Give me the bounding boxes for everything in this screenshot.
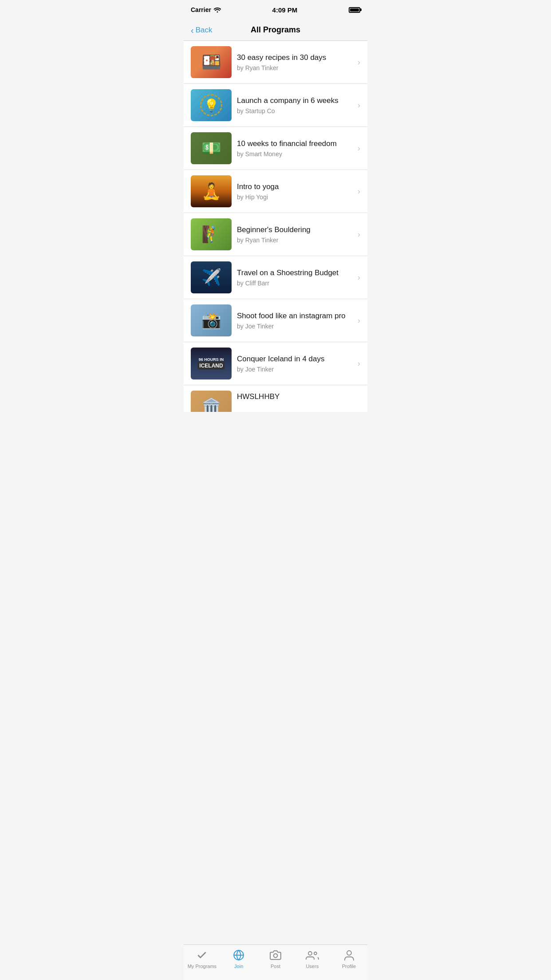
- carrier-label: Carrier: [191, 6, 211, 13]
- program-author-5: by Ryan Tinker: [237, 237, 352, 244]
- battery-icon: [349, 7, 360, 13]
- program-item-3[interactable]: 10 weeks to financial freedomby Smart Mo…: [184, 127, 367, 170]
- program-item-2[interactable]: Launch a company in 6 weeksby Startup Co…: [184, 84, 367, 127]
- program-item-1[interactable]: 30 easy recipes in 30 daysby Ryan Tinker…: [184, 41, 367, 84]
- program-item-6[interactable]: Travel on a Shoestring Budgetby Cliff Ba…: [184, 256, 367, 299]
- program-info-7: Shoot food like an instagram proby Joe T…: [232, 309, 358, 332]
- program-thumbnail-1: [191, 46, 232, 78]
- program-thumbnail-6: [191, 261, 232, 293]
- chevron-right-icon-6: ›: [358, 273, 360, 282]
- program-item-partial[interactable]: HWSLHHBY: [184, 385, 367, 412]
- program-thumbnail-8: 96 HOURS INICELAND: [191, 348, 232, 379]
- program-thumbnail-3: [191, 132, 232, 164]
- program-title-2: Launch a company in 6 weeks: [237, 96, 352, 106]
- program-info-1: 30 easy recipes in 30 daysby Ryan Tinker: [232, 51, 358, 73]
- program-info-3: 10 weeks to financial freedomby Smart Mo…: [232, 137, 358, 159]
- program-title-8: Conquer Iceland in 4 days: [237, 354, 352, 364]
- program-author-2: by Startup Co: [237, 107, 352, 115]
- program-author-4: by Hip Yogi: [237, 194, 352, 201]
- back-button[interactable]: ‹ Back: [191, 26, 212, 35]
- program-title-3: 10 weeks to financial freedom: [237, 139, 352, 149]
- page-title: All Programs: [251, 25, 300, 35]
- back-label: Back: [196, 26, 213, 35]
- program-title-6: Travel on a Shoestring Budget: [237, 268, 352, 278]
- nav-header: ‹ Back All Programs: [184, 20, 367, 41]
- program-author-6: by Cliff Barr: [237, 280, 352, 287]
- chevron-right-icon-2: ›: [358, 101, 360, 110]
- program-item-7[interactable]: Shoot food like an instagram proby Joe T…: [184, 299, 367, 342]
- program-item-5[interactable]: Beginner's Boulderingby Ryan Tinker›: [184, 213, 367, 256]
- status-time: 4:09 PM: [272, 6, 298, 14]
- program-title-partial: HWSLHHBY: [232, 391, 285, 403]
- chevron-right-icon-3: ›: [358, 144, 360, 153]
- program-thumbnail-partial: [191, 391, 232, 412]
- program-title-1: 30 easy recipes in 30 days: [237, 53, 352, 63]
- status-bar: Carrier 4:09 PM: [184, 0, 367, 20]
- chevron-right-icon-7: ›: [358, 316, 360, 325]
- program-info-6: Travel on a Shoestring Budgetby Cliff Ba…: [232, 266, 358, 288]
- chevron-right-icon-4: ›: [358, 187, 360, 196]
- program-author-1: by Ryan Tinker: [237, 64, 352, 71]
- program-thumbnail-2: [191, 89, 232, 121]
- chevron-right-icon-5: ›: [358, 230, 360, 239]
- program-title-7: Shoot food like an instagram pro: [237, 311, 352, 321]
- program-item-4[interactable]: Intro to yogaby Hip Yogi›: [184, 170, 367, 213]
- programs-list: 30 easy recipes in 30 daysby Ryan Tinker…: [184, 41, 367, 412]
- status-left: Carrier: [191, 6, 221, 13]
- program-thumbnail-4: [191, 175, 232, 207]
- program-thumbnail-5: [191, 218, 232, 250]
- program-info-4: Intro to yogaby Hip Yogi: [232, 180, 358, 202]
- program-author-7: by Joe Tinker: [237, 323, 352, 330]
- chevron-right-icon-1: ›: [358, 58, 360, 67]
- program-title-5: Beginner's Bouldering: [237, 225, 352, 235]
- back-chevron-icon: ‹: [191, 26, 194, 35]
- program-author-8: by Joe Tinker: [237, 366, 352, 373]
- program-author-3: by Smart Money: [237, 150, 352, 158]
- chevron-right-icon-8: ›: [358, 359, 360, 368]
- program-info-8: Conquer Iceland in 4 daysby Joe Tinker: [232, 352, 358, 375]
- program-thumbnail-7: [191, 304, 232, 336]
- program-info-2: Launch a company in 6 weeksby Startup Co: [232, 94, 358, 116]
- program-info-5: Beginner's Boulderingby Ryan Tinker: [232, 223, 358, 245]
- program-item-8[interactable]: 96 HOURS INICELANDConquer Iceland in 4 d…: [184, 342, 367, 385]
- status-right: [349, 7, 360, 13]
- wifi-icon: [214, 7, 221, 12]
- program-title-4: Intro to yoga: [237, 182, 352, 192]
